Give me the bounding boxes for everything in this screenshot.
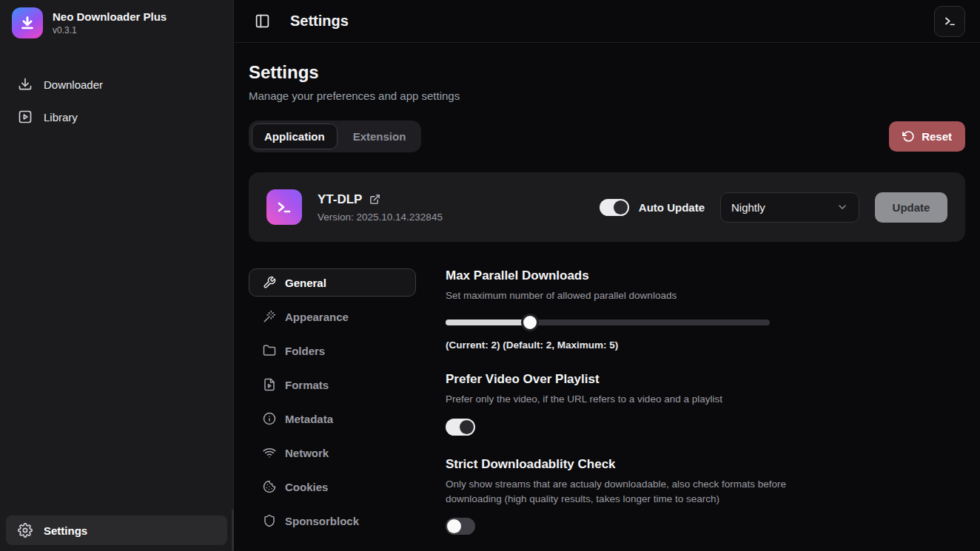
sidebar-bottom: Settings — [0, 510, 233, 551]
cookie-icon — [263, 480, 276, 493]
folder-icon — [263, 344, 276, 357]
settings-body: General Appearance — [249, 268, 965, 551]
release-channel-select[interactable]: Nightly — [720, 192, 859, 223]
library-icon — [18, 109, 33, 124]
terminal-button[interactable] — [934, 6, 965, 37]
slider-hint: (Current: 2) (Default: 2, Maximum: 5) — [446, 339, 860, 351]
tab-extension[interactable]: Extension — [340, 124, 419, 149]
settings-nav-network[interactable]: Network — [249, 439, 416, 467]
settings-category-nav: General Appearance — [249, 268, 416, 551]
toggle-knob — [460, 420, 474, 434]
section-max-parallel-downloads: Max Parallel Downloads Set maximum numbe… — [446, 268, 860, 351]
settings-nav-metadata[interactable]: Metadata — [249, 405, 416, 433]
wrench-icon — [263, 276, 276, 289]
info-icon — [263, 412, 276, 425]
settings-content: Settings Manage your preferences and app… — [234, 43, 980, 551]
strict-check-toggle[interactable] — [446, 518, 475, 535]
sidebar: Neo Downloader Plus v0.3.1 Downloader Li… — [0, 0, 234, 551]
update-button[interactable]: Update — [875, 192, 947, 223]
section-title: Strict Downloadablity Check — [446, 457, 860, 472]
section-strict-check: Strict Downloadablity Check Only show st… — [446, 457, 860, 535]
max-parallel-slider[interactable] — [446, 314, 770, 331]
tab-application[interactable]: Application — [252, 124, 338, 149]
sidebar-toggle-button[interactable] — [249, 8, 275, 35]
settings-nav-label: Formats — [285, 379, 329, 391]
section-title: Prefer Video Over Playlist — [446, 372, 860, 387]
reset-button-label: Reset — [922, 130, 952, 143]
ytdlp-title: YT-DLP — [318, 192, 362, 207]
settings-nav-label: Network — [285, 447, 329, 459]
settings-nav-appearance[interactable]: Appearance — [249, 302, 416, 331]
sidebar-nav: Downloader Library — [0, 68, 233, 133]
auto-update-control: Auto Update — [600, 199, 705, 216]
sidebar-scrollbar[interactable] — [232, 509, 234, 551]
download-icon — [18, 77, 33, 92]
ytdlp-info: YT-DLP Version: 2025.10.14.232845 — [318, 192, 443, 223]
sidebar-item-downloader[interactable]: Downloader — [0, 68, 233, 101]
settings-nav-formats[interactable]: Formats — [249, 371, 416, 399]
terminal-icon — [943, 14, 957, 28]
app-logo-download-icon — [12, 7, 43, 38]
panel-left-icon — [255, 13, 270, 29]
section-description: Set maximum number of allowed parallel d… — [446, 288, 832, 303]
settings-panel: Max Parallel Downloads Set maximum numbe… — [446, 268, 860, 551]
rotate-ccw-icon — [902, 130, 915, 143]
app-header: Neo Downloader Plus v0.3.1 — [0, 0, 233, 46]
app-version: v0.3.1 — [53, 25, 167, 36]
external-link-icon[interactable] — [369, 194, 380, 205]
ytdlp-card: YT-DLP Version: 2025.10.14.232845 Auto U… — [249, 172, 965, 242]
section-description: Prefer only the video, if the URL refers… — [446, 392, 832, 407]
topbar-title: Settings — [290, 13, 349, 30]
app-title-block: Neo Downloader Plus v0.3.1 — [53, 10, 167, 36]
section-prefer-video: Prefer Video Over Playlist Prefer only t… — [446, 372, 860, 435]
settings-nav-general[interactable]: General — [249, 268, 416, 297]
wand-sparkles-icon — [263, 310, 276, 323]
auto-update-label: Auto Update — [639, 201, 705, 214]
toggle-knob — [614, 200, 628, 214]
page-title: Settings — [249, 62, 965, 83]
settings-nav-sponsorblock[interactable]: Sponsorblock — [249, 507, 416, 535]
settings-nav-label: Cookies — [285, 481, 328, 493]
file-video-icon — [263, 378, 276, 391]
gear-icon — [18, 523, 33, 538]
slider-knob[interactable] — [521, 314, 539, 331]
ytdlp-version: Version: 2025.10.14.232845 — [318, 212, 443, 223]
ytdlp-terminal-icon — [266, 189, 302, 225]
shield-icon — [263, 514, 276, 527]
prefer-video-toggle[interactable] — [446, 419, 475, 436]
section-title: Max Parallel Downloads — [446, 268, 860, 283]
sidebar-item-label: Settings — [44, 524, 87, 537]
toggle-knob — [447, 519, 461, 533]
chevron-down-icon — [836, 201, 848, 213]
settings-nav-label: General — [285, 277, 326, 289]
settings-nav-label: Sponsorblock — [285, 515, 359, 527]
settings-nav-label: Metadata — [285, 413, 333, 425]
sidebar-item-library[interactable]: Library — [0, 101, 233, 133]
release-channel-value: Nightly — [731, 201, 765, 214]
page-subtitle: Manage your preferences and app settings — [249, 89, 965, 102]
tab-group: Application Extension — [249, 121, 421, 152]
sidebar-item-settings[interactable]: Settings — [6, 515, 227, 545]
slider-fill — [446, 320, 530, 325]
main-area: Settings Settings Manage your preference… — [234, 0, 980, 551]
reset-button[interactable]: Reset — [889, 121, 965, 152]
sidebar-item-label: Library — [44, 111, 78, 124]
topbar: Settings — [234, 0, 980, 43]
app-title: Neo Downloader Plus — [53, 10, 167, 24]
section-description: Only show streams that are actualy downl… — [446, 477, 832, 507]
settings-nav-cookies[interactable]: Cookies — [249, 473, 416, 501]
wifi-icon — [263, 446, 276, 459]
sidebar-item-label: Downloader — [44, 78, 103, 91]
ytdlp-card-actions: Auto Update Nightly Update — [600, 192, 947, 223]
settings-nav-label: Appearance — [285, 311, 349, 323]
settings-nav-folders[interactable]: Folders — [249, 337, 416, 365]
tabs-row: Application Extension Reset — [249, 121, 965, 152]
settings-nav-label: Folders — [285, 345, 325, 357]
auto-update-toggle[interactable] — [600, 199, 629, 216]
